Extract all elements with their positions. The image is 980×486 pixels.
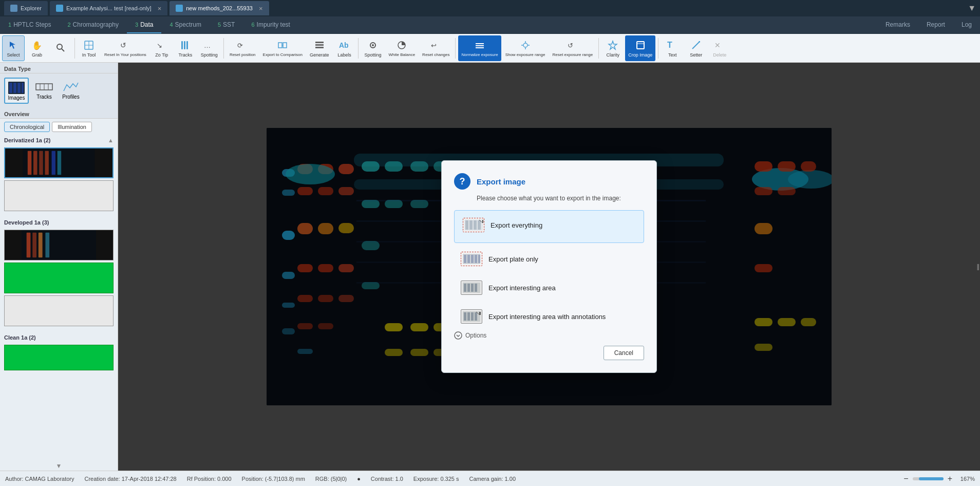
group-label-dev: Developed 1a (3) xyxy=(0,217,118,228)
group-dev-label: Developed 1a (3) xyxy=(4,219,49,226)
status-author: Author: CAMAG Laboratory xyxy=(5,476,74,482)
option-export-everything-container: Export everything xyxy=(454,210,644,243)
option-export-area[interactable]: Export interesting area xyxy=(454,275,644,301)
svg-rect-52 xyxy=(22,181,96,211)
svg-text:✋: ✋ xyxy=(32,41,42,50)
tool-white-balance[interactable]: White Balance xyxy=(386,35,419,61)
tab-example-close[interactable]: × xyxy=(158,5,162,12)
tool-show-exp[interactable]: Show exposure range xyxy=(502,35,549,61)
tab-newmethods-close[interactable]: × xyxy=(259,5,263,12)
dev-thumb-2[interactable] xyxy=(4,263,114,293)
tab-example[interactable]: Example Analysi... test [read-only] × xyxy=(50,1,167,15)
svg-rect-131 xyxy=(467,255,470,263)
status-rf: Rf Position: 0.000 xyxy=(187,476,232,482)
nav-log[interactable]: Log xyxy=(953,21,980,29)
nav-remarks-label: Remarks xyxy=(885,21,910,28)
tool-labels[interactable]: Ab Labels xyxy=(333,35,355,61)
sidebar-tracks-label: Tracks xyxy=(36,94,52,100)
sidebar-tracks-btn[interactable]: Tracks xyxy=(33,78,55,104)
sidebar-profiles-btn[interactable]: Profiles xyxy=(60,78,82,104)
zoom-plus-btn[interactable]: + xyxy=(948,474,952,483)
tool-spotting2[interactable]: Spotting xyxy=(361,35,384,61)
tab-newmethods[interactable]: new methods_202...55933 × xyxy=(169,1,269,15)
svg-rect-125 xyxy=(474,220,477,230)
option-export-plate[interactable]: Export plate only xyxy=(454,246,644,272)
tool-reset-changes[interactable]: ↩ Reset changes xyxy=(419,35,453,61)
dev-thumb-1[interactable] xyxy=(4,230,114,260)
clean-thumbs xyxy=(0,343,118,377)
svg-rect-138 xyxy=(471,284,474,292)
tab-explorer[interactable]: Explorer xyxy=(4,1,48,15)
tool-zoom[interactable] xyxy=(49,35,72,61)
tool-setter[interactable]: Setter xyxy=(685,35,707,61)
status-exposure: Exposure: 0.325 s xyxy=(413,476,459,482)
overview-label: Overview xyxy=(4,111,29,117)
sidebar-profiles-label: Profiles xyxy=(62,94,79,100)
dev-thumb-3[interactable] xyxy=(4,295,114,326)
tool-reset2[interactable]: ⟳ Reset position xyxy=(227,35,259,61)
tool-export-comp[interactable]: Export to Comparison xyxy=(260,35,306,61)
tool-select[interactable]: Select xyxy=(2,35,25,61)
white-balance-icon xyxy=(395,39,408,51)
options-toggle[interactable]: Options xyxy=(454,331,644,340)
tool-crop[interactable]: Crop Image xyxy=(625,35,655,61)
options-chevron-icon xyxy=(454,331,462,340)
nav-chromatography[interactable]: 2 Chromatography xyxy=(59,16,127,33)
svg-rect-141 xyxy=(464,312,466,321)
sidebar-scroll[interactable]: Derivatized 1a (2) ▲ xyxy=(0,135,118,461)
export-annotations-icon xyxy=(461,309,482,324)
nav-sst[interactable]: 5 SST xyxy=(210,16,243,33)
chronological-btn[interactable]: Chronological xyxy=(4,122,50,132)
tool-tracks[interactable]: Tracks xyxy=(174,35,197,61)
normalize-icon xyxy=(474,39,486,51)
sidebar-images-btn[interactable]: Images xyxy=(4,78,29,104)
nav-step-4: 4 xyxy=(169,22,173,28)
deriv-thumb-2[interactable] xyxy=(4,180,114,211)
svg-rect-24 xyxy=(476,43,484,44)
canvas-area[interactable]: ▐ ? Export image Please choose what you … xyxy=(118,63,980,471)
tool-spotting[interactable]: … Spotting xyxy=(198,35,221,61)
tool-text[interactable]: T Text xyxy=(661,35,684,61)
deriv-thumb-1[interactable] xyxy=(4,147,114,178)
tab-dropdown-arrow[interactable]: ▼ xyxy=(968,4,976,13)
status-camera-gain: Camera gain: 1.00 xyxy=(469,476,516,482)
clarity-icon xyxy=(607,39,619,51)
svg-rect-37 xyxy=(9,83,12,93)
modal-footer: Cancel xyxy=(454,346,644,360)
tool-delete[interactable]: ✕ Delete xyxy=(708,35,731,61)
svg-rect-16 xyxy=(315,42,324,43)
intool-icon xyxy=(83,39,95,51)
svg-rect-8 xyxy=(181,41,183,49)
option-export-annotations[interactable]: Export interesting area with annotations xyxy=(454,304,644,329)
nav-hptlc[interactable]: 1 HPTLC Steps xyxy=(0,16,59,33)
svg-rect-49 xyxy=(45,151,48,175)
tool-clarity[interactable]: Clarity xyxy=(601,35,624,61)
svg-rect-25 xyxy=(476,45,484,46)
tool-normalize[interactable]: Normalize exposure xyxy=(458,35,501,61)
svg-text:✕: ✕ xyxy=(714,41,721,49)
tool-reset-exp[interactable]: ↺ Reset exposure range xyxy=(549,35,596,61)
reset-pos-icon: ↺ xyxy=(119,39,131,51)
tool-separator-6 xyxy=(658,38,658,59)
status-rgb: RGB: (5|0|0) xyxy=(315,476,347,482)
crop-icon xyxy=(634,39,647,51)
tool-intool[interactable]: In Tool xyxy=(78,35,100,61)
nav-impurity[interactable]: 6 Impurity test xyxy=(243,16,298,33)
tool-grab[interactable]: ✋ Grab xyxy=(26,35,48,61)
tool-generate[interactable]: Generate xyxy=(307,35,332,61)
cancel-button[interactable]: Cancel xyxy=(604,346,644,360)
nav-data[interactable]: 3 Data xyxy=(127,16,161,33)
svg-text:↺: ↺ xyxy=(120,41,126,49)
tool-reset-pos[interactable]: ↺ Reset In Your positions xyxy=(101,35,149,61)
zoom-minus-btn[interactable]: − xyxy=(903,474,908,483)
svg-point-21 xyxy=(372,44,374,46)
tool-zotip[interactable]: ↘ Zo Tip xyxy=(150,35,173,61)
scroll-down-arrow[interactable]: ▼ xyxy=(0,461,118,471)
illumination-btn[interactable]: Illumination xyxy=(52,122,92,132)
nav-report[interactable]: Report xyxy=(918,21,953,29)
nav-remarks[interactable]: Remarks xyxy=(877,21,918,29)
svg-text:Ab: Ab xyxy=(339,41,349,49)
clean-thumb-1[interactable] xyxy=(4,345,114,370)
nav-spectrum[interactable]: 4 Spectrum xyxy=(161,16,209,33)
option-export-everything[interactable]: Export everything xyxy=(457,213,642,237)
